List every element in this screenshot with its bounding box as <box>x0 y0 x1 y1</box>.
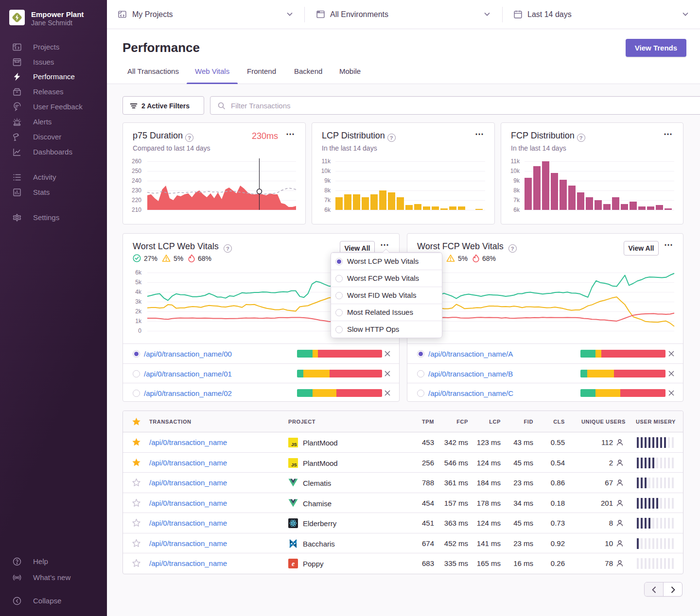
svg-text:JS: JS <box>291 442 297 447</box>
svg-text:e: e <box>292 560 295 567</box>
svg-text:JS: JS <box>291 462 297 467</box>
